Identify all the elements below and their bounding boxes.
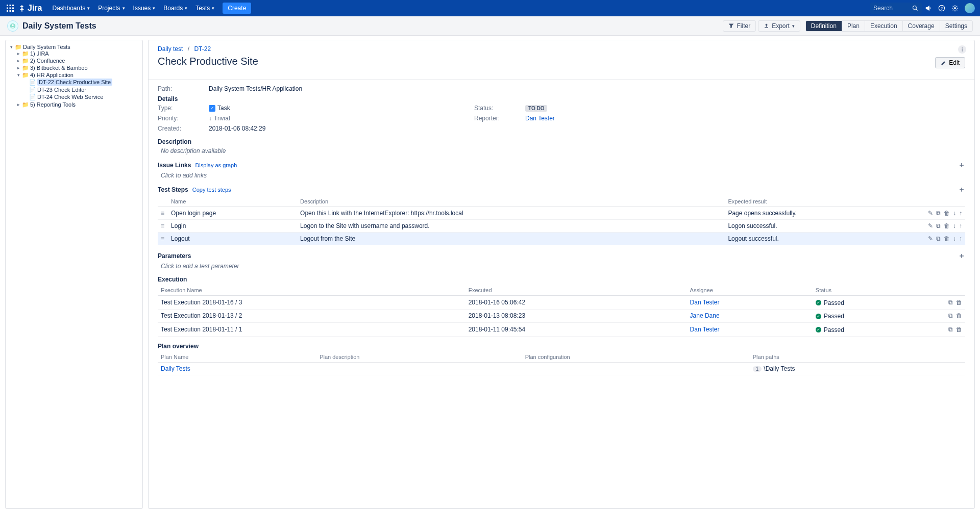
plan-row[interactable]: Daily Tests 1\Daily Tests: [158, 362, 965, 375]
add-param-button[interactable]: ＋: [958, 251, 965, 261]
links-hint[interactable]: Click to add links: [158, 172, 965, 179]
plan-name-link[interactable]: Daily Tests: [161, 365, 190, 372]
search-icon[interactable]: [912, 5, 918, 11]
step-row[interactable]: ≡LoginLogon to the Site with username an…: [158, 220, 965, 233]
nav-issues[interactable]: Issues▾: [129, 0, 160, 16]
exec-assignee-link[interactable]: Dan Tester: [690, 299, 720, 306]
edit-icon[interactable]: ✎: [928, 210, 933, 217]
nav-projects[interactable]: Projects▾: [94, 0, 129, 16]
tree-item[interactable]: 📄DT-23 Check Editor: [23, 87, 140, 93]
move-up-icon[interactable]: ↑: [959, 210, 962, 217]
search-box[interactable]: [870, 3, 922, 14]
exec-table: Execution Name Executed Assignee Status …: [158, 285, 965, 337]
breadcrumb-key[interactable]: DT-22: [194, 45, 211, 53]
copy-icon[interactable]: ⧉: [936, 210, 941, 217]
exec-col-status: Status: [813, 285, 935, 296]
issue-title: Check Productive Site: [158, 56, 965, 67]
tree-item[interactable]: ▸📁3) Bitbucket & Bamboo: [16, 65, 140, 71]
search-input[interactable]: [873, 5, 909, 12]
reporter-label: Reporter:: [474, 115, 525, 122]
status-label: Status:: [474, 105, 525, 112]
add-step-button[interactable]: ＋: [958, 185, 965, 194]
help-icon[interactable]: ?: [935, 5, 948, 12]
svg-point-23: [12, 24, 14, 26]
move-up-icon[interactable]: ↑: [959, 222, 962, 229]
delete-icon[interactable]: 🗑: [944, 210, 950, 217]
create-button[interactable]: Create: [223, 3, 251, 14]
tree-item[interactable]: ▾📁4) HR Application: [16, 72, 140, 78]
params-hint[interactable]: Click to add a test parameter: [158, 263, 965, 270]
tab-plan[interactable]: Plan: [842, 21, 865, 31]
move-down-icon[interactable]: ↓: [953, 222, 956, 229]
drag-icon[interactable]: ≡: [161, 222, 164, 229]
path-value: Daily System Tests/HR Application: [209, 85, 965, 92]
nav-dashboards[interactable]: Dashboards▾: [48, 0, 94, 16]
tab-execution[interactable]: Execution: [865, 21, 903, 31]
tree-root[interactable]: ▾ 📁 Daily System Tests: [9, 44, 140, 50]
tree-item[interactable]: 📄DT-24 Check Web Service: [23, 94, 140, 100]
tree-item[interactable]: ▸📁5) Reporting Tools: [16, 101, 140, 108]
delete-icon[interactable]: 🗑: [956, 326, 962, 333]
tree-item[interactable]: 📄DT-22 Check Productive Site: [23, 79, 140, 86]
plan-col-conf: Plan configuration: [522, 352, 750, 363]
project-icon: [7, 20, 18, 32]
tree-item[interactable]: ▸📁1) JIRA: [16, 50, 140, 57]
page-header: Daily System Tests Filter Export▾ Defini…: [0, 16, 980, 36]
add-link-button[interactable]: ＋: [958, 161, 965, 170]
svg-rect-2: [12, 5, 14, 6]
plan-table: Plan Name Plan description Plan configur…: [158, 352, 965, 375]
edit-icon[interactable]: ✎: [928, 235, 933, 242]
filter-button[interactable]: Filter: [723, 20, 756, 32]
exec-row[interactable]: Test Execution 2018-01-16 / 32018-01-16 …: [158, 296, 965, 310]
svg-point-9: [913, 6, 917, 10]
exec-assignee-link[interactable]: Jane Dane: [690, 312, 720, 319]
step-row[interactable]: ≡LogoutLogout from the SiteLogout succes…: [158, 233, 965, 245]
copy-test-steps[interactable]: Copy test steps: [192, 187, 231, 193]
move-down-icon[interactable]: ↓: [953, 235, 956, 242]
drag-icon[interactable]: ≡: [161, 210, 164, 217]
reporter-link[interactable]: Dan Tester: [525, 115, 555, 122]
view-tabs: Definition Plan Execution Coverage Setti…: [805, 20, 973, 32]
exec-row[interactable]: Test Execution 2018-01-11 / 12018-01-11 …: [158, 323, 965, 337]
exec-row[interactable]: Test Execution 2018-01-13 / 22018-01-13 …: [158, 309, 965, 323]
tab-settings[interactable]: Settings: [940, 21, 972, 31]
nav-tests[interactable]: Tests▾: [191, 0, 218, 16]
main-panel: Daily test / DT-22 Check Productive Site…: [148, 40, 975, 509]
delete-icon[interactable]: 🗑: [944, 222, 950, 229]
svg-rect-1: [10, 5, 11, 6]
settings-icon[interactable]: [948, 5, 962, 12]
user-avatar[interactable]: [965, 3, 975, 13]
copy-icon[interactable]: ⧉: [936, 222, 941, 229]
jira-logo[interactable]: Jira: [18, 4, 42, 13]
svg-text:?: ?: [941, 6, 943, 11]
move-down-icon[interactable]: ↓: [953, 210, 956, 217]
exec-name: Test Execution 2018-01-16 / 3: [158, 296, 465, 310]
copy-icon[interactable]: ⧉: [936, 235, 941, 242]
svg-line-10: [916, 9, 918, 11]
step-row[interactable]: ≡Open login pageOpen this Link with the …: [158, 207, 965, 220]
info-icon[interactable]: i: [958, 45, 966, 54]
svg-rect-24: [765, 27, 768, 28]
display-as-graph[interactable]: Display as graph: [195, 162, 237, 168]
delete-icon[interactable]: 🗑: [956, 312, 962, 319]
edit-button[interactable]: Edit: [935, 57, 965, 68]
app-switcher-icon[interactable]: [5, 5, 15, 12]
move-up-icon[interactable]: ↑: [959, 235, 962, 242]
feedback-icon[interactable]: [922, 5, 935, 12]
folder-icon: 📁: [22, 72, 29, 78]
delete-icon[interactable]: 🗑: [944, 235, 950, 242]
nav-boards[interactable]: Boards▾: [159, 0, 191, 16]
edit-icon[interactable]: ✎: [928, 222, 933, 229]
copy-icon[interactable]: ⧉: [948, 326, 953, 333]
status-value: TO DO: [525, 105, 678, 112]
copy-icon[interactable]: ⧉: [948, 312, 953, 319]
breadcrumb-project[interactable]: Daily test: [158, 45, 183, 53]
delete-icon[interactable]: 🗑: [956, 299, 962, 306]
tab-coverage[interactable]: Coverage: [903, 21, 940, 31]
export-button[interactable]: Export▾: [758, 20, 800, 32]
tree-item[interactable]: ▸📁2) Confluence: [16, 58, 140, 64]
copy-icon[interactable]: ⧉: [948, 299, 953, 306]
drag-icon[interactable]: ≡: [161, 235, 164, 242]
exec-assignee-link[interactable]: Dan Tester: [690, 326, 720, 333]
tab-definition[interactable]: Definition: [806, 21, 842, 31]
